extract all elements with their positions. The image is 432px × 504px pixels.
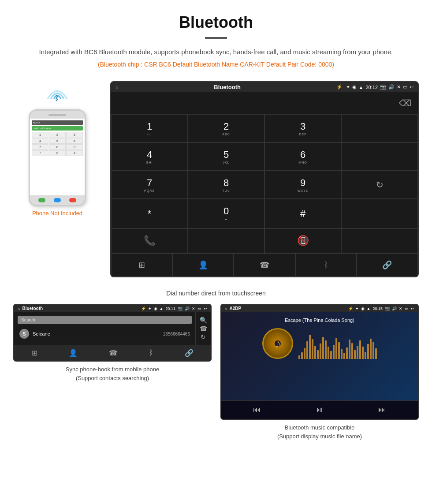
next-track-button[interactable]: ⏭	[378, 405, 386, 414]
large-screen-caption: Dial number direct from touchscreen	[0, 286, 432, 304]
dial-key-star[interactable]: *	[111, 199, 188, 228]
visualizer-bar	[335, 338, 337, 359]
play-pause-button[interactable]: ⏯	[316, 405, 324, 414]
side-search-icon[interactable]: 🔍	[200, 317, 207, 324]
side-call-icon[interactable]: ☎	[200, 325, 207, 332]
dial-2: 2	[49, 132, 66, 138]
music-vol-icon: 🔊	[392, 306, 397, 311]
key-0-main: 0	[223, 205, 229, 217]
gps-icon: ◉	[352, 84, 357, 90]
visualizer-bar	[325, 340, 327, 359]
dial-key-3[interactable]: 3 DEF	[264, 114, 341, 142]
pb-grid-icon[interactable]: ⊞	[32, 349, 37, 357]
dial-key-6[interactable]: 6 MNO	[264, 142, 341, 171]
dialpad-bottom-bar: ⊞ 👤 ☎ ᛒ 🔗	[111, 253, 418, 276]
phone-moto-bar: MOTO	[32, 120, 83, 125]
visualizer-bar	[349, 340, 350, 359]
phonebook-camera-icon: 📷	[178, 306, 182, 311]
pb-link-icon[interactable]: 🔗	[185, 349, 194, 357]
dial-key-call-green[interactable]: 📞	[111, 228, 188, 253]
dial-key-empty-1	[341, 114, 418, 142]
phone-top-bar	[30, 111, 85, 119]
phone-call-button[interactable]: ☎	[234, 254, 295, 276]
clock-display: 20:12	[365, 85, 378, 90]
music-back-icon: ↩	[411, 306, 414, 311]
music-visualizer	[298, 328, 377, 359]
dial-key-call-red[interactable]: 📵	[264, 228, 341, 253]
pb-bt-icon[interactable]: ᛒ	[149, 349, 153, 357]
call-row: 📞 📵	[111, 228, 418, 253]
contact-number: 13566664466	[163, 332, 190, 336]
phone-call-button-red	[69, 198, 76, 202]
dial-key-7[interactable]: 7 PQRS	[111, 171, 188, 199]
dial-key-refresh[interactable]: ↻	[341, 171, 418, 199]
phonebook-gps-icon: ◉	[154, 306, 157, 311]
key-9-main: 9	[300, 177, 305, 189]
bluetooth-waves-icon: ᛒ	[44, 81, 71, 107]
window-icon: ▭	[403, 84, 407, 90]
phone-add-contact-bar: + Add to Contacts	[32, 126, 83, 131]
contact-name: Seicane	[33, 331, 163, 336]
svg-text:ᛒ: ᛒ	[55, 94, 59, 102]
dial-key-empty-3	[341, 199, 418, 228]
music-camera-icon: 📷	[385, 306, 390, 311]
visualizer-bar	[333, 345, 335, 359]
dial-key-2[interactable]: 2 ABC	[188, 114, 264, 142]
music-caption: Bluetooth music compatible(Support displ…	[277, 423, 362, 441]
phone-speaker	[48, 114, 66, 116]
wifi-signal-icon: ▲	[359, 85, 364, 90]
link-button[interactable]: 🔗	[357, 254, 418, 276]
grid-view-button[interactable]: ⊞	[111, 254, 172, 276]
backspace-button[interactable]: ⌫	[399, 98, 411, 108]
visualizer-bar	[306, 341, 308, 359]
prev-track-button[interactable]: ⏮	[253, 405, 261, 414]
pb-phone-icon[interactable]: ☎	[109, 349, 118, 357]
music-song-title: Escape (The Pina Colada Song)	[285, 317, 354, 323]
key-star-main: *	[148, 208, 152, 220]
phonebook-back-icon: ↩	[204, 306, 207, 311]
music-time: 20:15	[372, 306, 383, 311]
visualizer-bar	[372, 342, 374, 359]
music-bt-icon: ✦	[355, 306, 359, 311]
visualizer-bar	[370, 339, 372, 359]
main-content-area: ᛒ MOTO + Add to Contacts 1 2 3 4 5 6 7	[0, 77, 432, 286]
key-3-main: 3	[300, 121, 305, 132]
key-1-sub: ○○	[147, 133, 152, 136]
call-green-icon: 📞	[144, 235, 156, 246]
dial-key-hash[interactable]: #	[264, 199, 341, 228]
title-divider	[205, 37, 227, 39]
volume-icon: 🔊	[388, 84, 395, 90]
dial-key-5[interactable]: 5 JKL	[188, 142, 264, 171]
dial-key-1[interactable]: 1 ○○	[111, 114, 188, 142]
dial-8: 8	[49, 144, 66, 150]
contact-row[interactable]: S Seicane 13566664466	[18, 327, 192, 341]
car-screen-title: Bluetooth	[122, 84, 333, 90]
search-placeholder: Search	[21, 317, 35, 322]
contacts-button[interactable]: 👤	[172, 254, 234, 276]
search-bar[interactable]: Search	[18, 316, 192, 324]
subtitle-text: Integrated with BC6 Bluetooth module, su…	[26, 47, 406, 57]
phonebook-usb-icon: ⚡	[141, 306, 146, 311]
phonebook-bt-icon: ✦	[148, 306, 152, 311]
phone-bottom-bar	[30, 195, 85, 205]
side-refresh-icon[interactable]: ↻	[201, 333, 206, 340]
key-2-main: 2	[223, 121, 229, 132]
pb-person-icon[interactable]: 👤	[69, 349, 78, 357]
phonebook-screen-title: Bluetooth	[22, 306, 138, 311]
camera-icon: 📷	[380, 84, 386, 90]
phone-screen: MOTO + Add to Contacts 1 2 3 4 5 6 7 8 9…	[30, 119, 85, 195]
phonebook-side-panel: 🔍 ☎ ↻	[195, 312, 211, 345]
bluetooth-nav-button[interactable]: ᛒ	[295, 254, 357, 276]
call-empty-1	[188, 228, 264, 253]
dial-key-9[interactable]: 9 WXYZ	[264, 171, 341, 199]
visualizer-bar	[359, 340, 361, 359]
key-7-sub: PQRS	[144, 189, 155, 192]
header-section: Bluetooth Integrated with BC6 Bluetooth …	[0, 0, 432, 77]
music-gps-icon: ◉	[361, 306, 365, 311]
bottom-screenshots: ⌂ Bluetooth ⚡ ✦ ◉ ▲ 20:11 📷 🔊 ✕ ▭ ↩ Sear…	[0, 304, 432, 449]
music-win-icon: ▭	[405, 306, 409, 311]
dial-key-8[interactable]: 8 TUV	[188, 171, 264, 199]
dialpad-display: ⌫	[111, 92, 418, 114]
dial-key-0[interactable]: 0 +	[188, 199, 264, 228]
dial-key-4[interactable]: 4 GHI	[111, 142, 188, 171]
